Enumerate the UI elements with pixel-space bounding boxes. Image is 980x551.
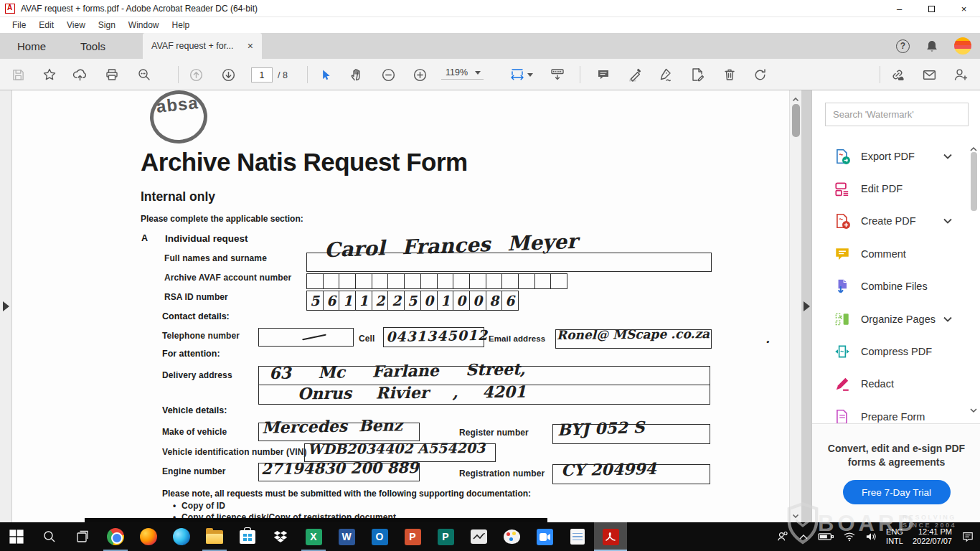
star-icon[interactable]: [42, 67, 57, 83]
delete-pages-icon[interactable]: [722, 67, 738, 83]
panel-scroll-down-icon[interactable]: [969, 405, 978, 413]
taskbar-firefox-icon[interactable]: [132, 522, 165, 551]
taskbar-zoom-icon[interactable]: [528, 522, 561, 551]
account-avatar[interactable]: [954, 37, 971, 55]
scroll-down-icon[interactable]: [792, 509, 799, 517]
scrollbar-thumb[interactable]: [792, 104, 800, 137]
cell-label: Cell: [359, 334, 374, 344]
search-icon[interactable]: [136, 67, 152, 83]
panel-tool-prepare-form[interactable]: Prepare Form: [812, 400, 980, 423]
delivery-label: Delivery address: [162, 370, 232, 380]
edit-pdf-icon: [834, 180, 851, 197]
zoom-in-icon[interactable]: [412, 67, 428, 83]
panel-tool-redact[interactable]: Redact: [812, 368, 980, 400]
free-trial-button[interactable]: Free 7-Day Trial: [843, 480, 951, 504]
taskbar-search-icon[interactable]: [33, 522, 66, 551]
panel-tool-export-pdf[interactable]: Export PDF: [812, 140, 980, 172]
taskbar-notepad-icon[interactable]: [561, 522, 594, 551]
taskbar-store-icon[interactable]: [231, 522, 264, 551]
taskbar-outlook-icon[interactable]: O: [363, 522, 396, 551]
menu-view[interactable]: View: [60, 18, 92, 32]
taskbar-file-explorer-icon[interactable]: [198, 522, 231, 551]
window-title: AVAF request + forms.pdf - Adobe Acrobat…: [21, 4, 258, 14]
zoom-level-control[interactable]: 119%: [441, 67, 484, 80]
request-signatures-icon[interactable]: [953, 67, 969, 83]
tool-label: Organize Pages: [861, 314, 943, 325]
tab-close-icon[interactable]: ×: [245, 40, 256, 52]
menu-help[interactable]: Help: [166, 18, 197, 32]
highlight-tool-icon[interactable]: [626, 67, 642, 83]
absa-logo: absa: [147, 88, 209, 146]
panel-tool-compress-pdf[interactable]: Compress PDF: [812, 335, 980, 367]
wifi-icon[interactable]: [843, 532, 856, 542]
rotate-pages-icon[interactable]: [752, 67, 768, 83]
panel-scroll-up-icon[interactable]: [969, 143, 978, 152]
share-cloud-icon[interactable]: [72, 67, 88, 83]
language-indicator[interactable]: ENG INTL: [886, 527, 903, 546]
start-button[interactable]: [0, 522, 33, 551]
send-email-icon[interactable]: [921, 67, 937, 83]
avaf-grid: [306, 273, 567, 289]
taskbar-powerpoint-icon[interactable]: P: [396, 522, 429, 551]
comment-tool-icon[interactable]: [595, 67, 611, 83]
menu-window[interactable]: Window: [122, 18, 166, 32]
taskbar-acrobat-icon[interactable]: [594, 522, 627, 551]
zoom-out-icon[interactable]: [380, 67, 396, 83]
tools-search-input[interactable]: [825, 103, 969, 126]
share-link-icon[interactable]: [890, 67, 905, 83]
close-button[interactable]: ×: [948, 0, 980, 17]
next-page-icon[interactable]: [220, 67, 236, 83]
telephone-dash: [302, 334, 326, 340]
fill-sign-icon[interactable]: [657, 67, 673, 83]
tab-tools[interactable]: Tools: [63, 33, 123, 59]
notifications-bell-icon[interactable]: [925, 39, 938, 53]
email-trailing-mark: .: [765, 331, 770, 346]
taskbar-publisher-icon[interactable]: P: [429, 522, 462, 551]
maximize-button[interactable]: [915, 0, 948, 17]
action-center-icon[interactable]: [961, 531, 974, 542]
taskbar-video-editor-icon[interactable]: [462, 522, 495, 551]
panel-tool-combine-files[interactable]: Combine Files: [812, 270, 980, 303]
panel-tool-comment[interactable]: Comment: [812, 237, 980, 270]
taskbar-chrome-icon[interactable]: [99, 522, 132, 551]
task-view-icon[interactable]: [66, 522, 99, 551]
taskbar-word-icon[interactable]: W: [330, 522, 363, 551]
tool-label: Create PDF: [861, 215, 943, 227]
print-icon[interactable]: [104, 67, 120, 83]
tab-home[interactable]: Home: [0, 33, 63, 59]
tab-document[interactable]: AVAF request + for... ×: [143, 33, 262, 59]
tray-people-icon[interactable]: [776, 530, 789, 543]
taskbar-excel-icon[interactable]: X: [297, 522, 330, 551]
menu-file[interactable]: File: [6, 18, 32, 32]
taskbar-edge-icon[interactable]: [165, 522, 198, 551]
menu-sign[interactable]: Sign: [92, 18, 122, 32]
expand-nav-pane-icon[interactable]: [3, 301, 9, 311]
volume-icon[interactable]: [865, 532, 877, 542]
tray-hidden-icons-chevron[interactable]: [798, 533, 809, 540]
rsa-label: RSA ID number: [164, 292, 228, 302]
edit-pdf-tool-icon[interactable]: [689, 67, 705, 83]
battery-icon[interactable]: [818, 532, 834, 542]
minimize-button[interactable]: –: [883, 0, 915, 17]
document-area: absa Archive Natis Request Form Internal…: [0, 90, 811, 522]
tool-label: Edit PDF: [861, 183, 980, 194]
panel-tool-create-pdf[interactable]: Create PDF: [812, 205, 980, 237]
clock[interactable]: 12:41 PM 2022/07/07: [913, 527, 952, 546]
panel-tool-edit-pdf[interactable]: Edit PDF: [812, 172, 980, 204]
menu-edit[interactable]: Edit: [32, 18, 60, 32]
taskbar-paint-icon[interactable]: [495, 522, 528, 551]
page-number-input[interactable]: [251, 67, 273, 83]
previous-page-icon[interactable]: [188, 67, 204, 83]
panel-tool-organize-pages[interactable]: Organize Pages: [812, 303, 980, 335]
help-icon[interactable]: ?: [896, 39, 910, 53]
document-scrollbar[interactable]: [789, 90, 801, 522]
hand-tool-icon[interactable]: [349, 67, 364, 83]
fit-width-icon[interactable]: [509, 67, 525, 83]
save-icon[interactable]: [10, 67, 26, 83]
select-tool-icon[interactable]: [317, 67, 333, 83]
scroll-up-icon[interactable]: [792, 93, 799, 100]
expand-tools-pane-icon[interactable]: [804, 301, 810, 311]
panel-scrollbar-thumb[interactable]: [971, 152, 977, 211]
page-display-icon[interactable]: [550, 67, 565, 83]
taskbar-dropbox-icon[interactable]: [264, 522, 297, 551]
